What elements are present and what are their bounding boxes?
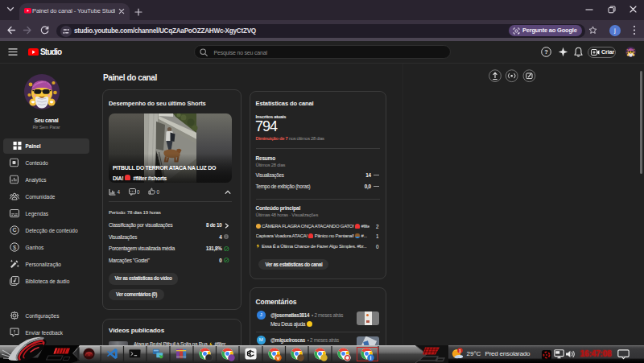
svg-text:$: $ [13, 244, 17, 251]
svg-text:1: 1 [459, 349, 461, 353]
svg-text:?: ? [544, 48, 548, 56]
svg-text:C: C [12, 227, 16, 233]
svg-text:V: V [276, 356, 279, 361]
svg-text:i: i [370, 355, 372, 361]
